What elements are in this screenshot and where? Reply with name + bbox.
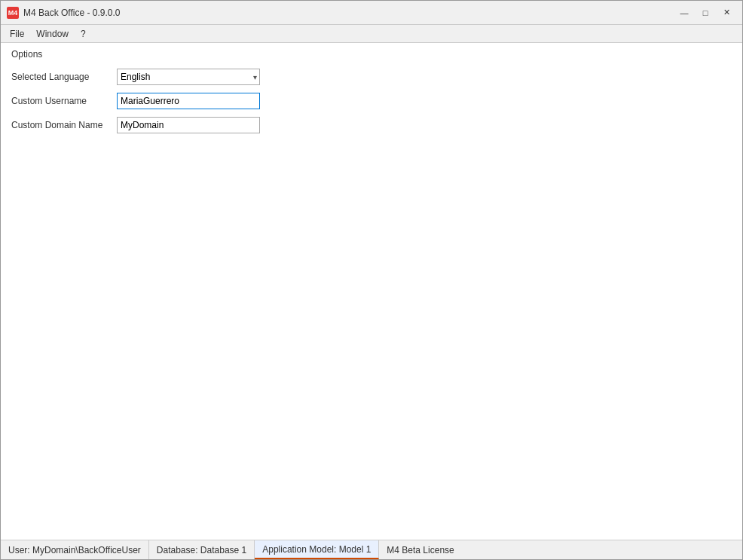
main-content: Options Selected Language English French… bbox=[1, 43, 742, 540]
status-user: User: MyDomain\BackOfficeUser bbox=[1, 540, 149, 559]
app-icon: M4 bbox=[7, 7, 19, 19]
title-bar: M4 M4 Back Office - 0.9.0.0 — □ ✕ bbox=[1, 1, 742, 25]
language-select[interactable]: English French Spanish German bbox=[117, 69, 260, 85]
window-title: M4 Back Office - 0.9.0.0 bbox=[23, 8, 121, 18]
username-label: Custom Username bbox=[11, 96, 109, 106]
domain-input[interactable] bbox=[117, 117, 260, 133]
menu-item-help[interactable]: ? bbox=[75, 27, 92, 41]
menu-item-file[interactable]: File bbox=[4, 27, 30, 41]
minimize-button[interactable]: — bbox=[674, 5, 694, 20]
maximize-button[interactable]: □ bbox=[696, 5, 715, 20]
language-row: Selected Language English French Spanish… bbox=[11, 69, 732, 85]
status-bar: User: MyDomain\BackOfficeUser Database: … bbox=[1, 540, 742, 559]
title-bar-controls: — □ ✕ bbox=[674, 5, 736, 20]
language-select-wrapper: English French Spanish German ▾ bbox=[117, 69, 260, 85]
language-label: Selected Language bbox=[11, 72, 109, 82]
status-database: Database: Database 1 bbox=[149, 540, 255, 559]
domain-label: Custom Domain Name bbox=[11, 120, 109, 130]
menu-item-window[interactable]: Window bbox=[30, 27, 75, 41]
title-bar-left: M4 M4 Back Office - 0.9.0.0 bbox=[7, 7, 121, 19]
menu-bar: File Window ? bbox=[1, 25, 742, 43]
username-row: Custom Username bbox=[11, 93, 732, 109]
options-body: Selected Language English French Spanish… bbox=[1, 63, 742, 139]
m4-logo-icon: M4 bbox=[7, 7, 19, 19]
username-input[interactable] bbox=[117, 93, 260, 109]
close-button[interactable]: ✕ bbox=[717, 5, 736, 20]
content-spacer bbox=[1, 139, 742, 540]
options-header: Options bbox=[1, 43, 742, 63]
domain-row: Custom Domain Name bbox=[11, 117, 732, 133]
status-license: M4 Beta License bbox=[379, 540, 461, 559]
status-appmodel: Application Model: Model 1 bbox=[255, 540, 379, 559]
